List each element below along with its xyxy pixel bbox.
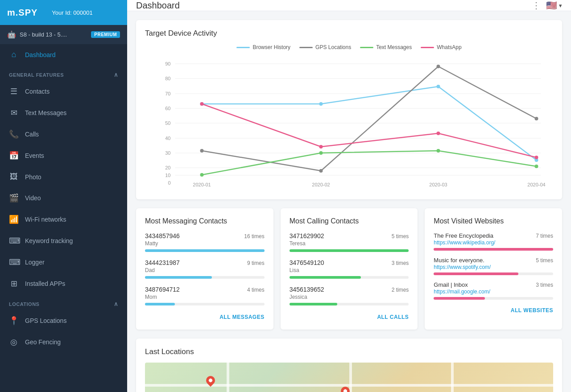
sidebar-item-keyword-tracking[interactable]: ⌨ Keyword tracking	[0, 230, 127, 252]
map-preview	[145, 363, 553, 392]
website-url[interactable]: https://www.spotify.com/	[434, 264, 491, 270]
sidebar-item-gps[interactable]: 📍 GPS Locations	[0, 310, 127, 331]
chevron-down-icon: ▾	[559, 2, 562, 9]
activity-chart-svg: 90 80 70 60 50 40 30 20 10 0 2020-01 202…	[145, 55, 553, 189]
svg-text:2020-02: 2020-02	[312, 182, 330, 187]
sidebar-item-text-messages[interactable]: ✉ Text Messages	[0, 102, 127, 124]
sidebar-item-label: Geo Fencing	[25, 338, 61, 346]
all-calls-link[interactable]: ALL CALLS	[377, 314, 409, 320]
website-entry: Music for everyone. https://www.spotify.…	[434, 257, 553, 275]
svg-text:20: 20	[165, 165, 170, 170]
events-icon: 📅	[9, 151, 19, 161]
svg-point-33	[437, 149, 440, 153]
contact-name: Lisa	[290, 267, 409, 273]
legend-gps-locations: GPS Locations	[299, 44, 351, 50]
apps-icon: ⊞	[9, 279, 19, 289]
website-entry: The Free Encyclopedia https://www.wikipe…	[434, 232, 553, 251]
svg-point-28	[319, 169, 323, 173]
svg-point-27	[200, 149, 204, 153]
language-selector[interactable]: 🇺🇸 ▾	[546, 0, 562, 11]
contact-times: 5 times	[392, 233, 409, 239]
sidebar-item-dashboard[interactable]: ⌂ Dashboard	[0, 44, 127, 65]
chevron-up-icon: ∧	[114, 301, 119, 307]
logo: m.SPY	[7, 8, 37, 18]
contact-name: Mom	[145, 294, 265, 300]
cards-row: Most Messaging Contacts 3434857946 16 ti…	[136, 208, 562, 330]
calling-card-title: Most Calling Contacts	[290, 217, 409, 225]
sidebar-item-wifi[interactable]: 📶 Wi-Fi networks	[0, 209, 127, 230]
all-websites-link[interactable]: ALL WEBSITES	[511, 307, 553, 314]
sidebar: m.SPY Your Id: 000001 🤖 S8 - build 13 - …	[0, 0, 127, 392]
svg-text:90: 90	[165, 61, 170, 66]
svg-point-32	[319, 151, 323, 155]
topbar: Dashboard ⋮ 🇺🇸 ▾	[127, 0, 571, 11]
svg-text:30: 30	[165, 150, 170, 156]
legend-browser-history: Browser History	[236, 44, 290, 50]
legend-color-gps	[299, 47, 313, 48]
contact-times: 16 times	[244, 233, 264, 239]
topbar-right: ⋮ 🇺🇸 ▾	[532, 0, 562, 11]
sidebar-item-photo[interactable]: 🖼 Photo	[0, 166, 127, 187]
sidebar-item-geo-fencing[interactable]: ◎ Geo Fencing	[0, 331, 127, 353]
website-times: 7 times	[536, 233, 553, 239]
last-locations-title: Last Locations	[145, 347, 553, 356]
sidebar-item-label: Text Messages	[25, 109, 66, 116]
contact-number: 3444231987	[145, 259, 180, 266]
chevron-up-icon: ∧	[114, 71, 119, 78]
sidebar-item-label: Events	[25, 152, 44, 159]
contact-times: 9 times	[247, 260, 265, 266]
svg-point-38	[535, 156, 538, 159]
sidebar-item-contacts[interactable]: ☰ Contacts	[0, 81, 127, 102]
legend-color-text	[360, 47, 373, 48]
wifi-icon: 📶	[9, 215, 19, 224]
contact-number: 3471629902	[290, 232, 324, 239]
website-name: Music for everyone.	[434, 257, 491, 264]
sidebar-item-events[interactable]: 📅 Events	[0, 145, 127, 166]
sidebar-item-label: Dashboard	[25, 51, 56, 58]
svg-point-24	[319, 102, 323, 106]
website-url[interactable]: https://mail.google.com/	[434, 289, 490, 295]
websites-card: Most Visited Websites The Free Encyclope…	[425, 208, 562, 330]
sidebar-item-logger[interactable]: ⌨ Logger	[0, 252, 127, 273]
messaging-card-title: Most Messaging Contacts	[145, 217, 265, 225]
svg-point-37	[437, 132, 440, 135]
svg-point-36	[319, 145, 323, 149]
device-bar[interactable]: 🤖 S8 - build 13 - 5.... PREMIUM	[0, 25, 127, 44]
legend-whatsapp: WhatsApp	[421, 44, 461, 50]
svg-point-31	[200, 173, 204, 177]
svg-text:0: 0	[168, 180, 170, 186]
logger-icon: ⌨	[9, 257, 19, 267]
more-options-icon[interactable]: ⋮	[532, 0, 541, 11]
sidebar-item-label: Logger	[25, 259, 45, 266]
all-messages-link[interactable]: ALL MESSAGES	[219, 314, 264, 320]
contact-times: 4 times	[247, 287, 265, 293]
contact-times: 2 times	[392, 287, 409, 293]
website-url[interactable]: https://www.wikipedia.org/	[434, 239, 495, 246]
gps-icon: 📍	[9, 316, 19, 326]
contact-name: Teresa	[290, 240, 409, 247]
map-road-vertical	[227, 363, 229, 392]
sidebar-item-video[interactable]: 🎬 Video	[0, 187, 127, 209]
legend-label: Browser History	[252, 44, 290, 50]
sidebar-item-label: Calls	[25, 131, 39, 138]
contact-entry: 3476549120 3 times Lisa	[290, 259, 409, 279]
sidebar-header: m.SPY Your Id: 000001	[0, 0, 127, 25]
device-name: S8 - build 13 - 5....	[20, 31, 87, 38]
sidebar-item-calls[interactable]: 📞 Calls	[0, 124, 127, 145]
all-calls-link-wrap: ALL CALLS	[290, 313, 409, 321]
general-features-label: GENERAL FEATURES ∧	[0, 65, 127, 81]
svg-point-35	[200, 102, 204, 106]
legend-color-browser	[236, 47, 250, 48]
geo-icon: ◎	[9, 337, 19, 347]
user-id: Your Id: 000001	[52, 9, 92, 16]
svg-text:2020-04: 2020-04	[527, 182, 545, 187]
contact-number: 3487694712	[145, 286, 180, 293]
photo-icon: 🖼	[9, 172, 19, 182]
video-icon: 🎬	[9, 193, 19, 203]
chart-svg-wrap: 90 80 70 60 50 40 30 20 10 0 2020-01 202…	[145, 55, 553, 190]
page-title: Dashboard	[136, 0, 180, 11]
contact-entry: 3434857946 16 times Matty	[145, 232, 265, 252]
sidebar-item-installed-apps[interactable]: ⊞ Installed APPs	[0, 273, 127, 294]
calls-icon: 📞	[9, 129, 19, 139]
contact-entry: 3471629902 5 times Teresa	[290, 232, 409, 252]
